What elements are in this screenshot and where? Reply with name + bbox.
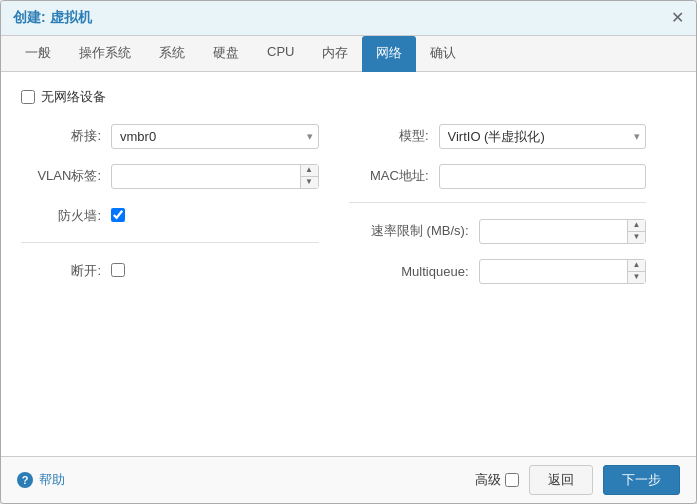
multiqueue-input[interactable]: [479, 259, 647, 284]
advanced-checkbox[interactable]: [505, 473, 519, 487]
tab-cpu[interactable]: CPU: [253, 36, 308, 72]
disconnect-checkbox[interactable]: [111, 263, 125, 277]
no-network-checkbox[interactable]: [21, 90, 35, 104]
multiqueue-label: Multiqueue:: [349, 264, 479, 279]
no-network-label[interactable]: 无网络设备: [21, 88, 106, 106]
rate-label: 速率限制 (MB/s):: [349, 222, 479, 240]
help-label: 帮助: [39, 471, 65, 489]
form-grid: 桥接: vmbr0 VLAN标签: no VLAN: [21, 122, 676, 297]
title-bar: 创建: 虚拟机 ✕: [1, 1, 696, 36]
multiqueue-row: Multiqueue: ▲ ▼: [349, 257, 647, 285]
multiqueue-spin-buttons: ▲ ▼: [627, 260, 645, 283]
vlan-label: VLAN标签:: [21, 167, 111, 185]
tab-confirm[interactable]: 确认: [416, 36, 470, 72]
model-row: 模型: VirtIO (半虚拟化): [349, 122, 647, 150]
rate-spin-buttons: ▲ ▼: [627, 220, 645, 243]
bridge-select[interactable]: vmbr0: [111, 124, 319, 149]
next-button[interactable]: 下一步: [603, 465, 680, 495]
form-right: 模型: VirtIO (半虚拟化) MAC地址: auto: [349, 122, 677, 297]
mac-control: auto: [439, 164, 647, 189]
advanced-section: 高级: [475, 471, 519, 489]
no-network-row: 无网络设备: [21, 88, 676, 106]
bridge-control: vmbr0: [111, 124, 319, 149]
vlan-spin-down[interactable]: ▼: [301, 177, 318, 188]
mac-input[interactable]: auto: [439, 164, 647, 189]
vlan-row: VLAN标签: no VLAN ▲ ▼: [21, 162, 319, 190]
multiqueue-spin-down[interactable]: ▼: [628, 272, 645, 283]
tab-general[interactable]: 一般: [11, 36, 65, 72]
tab-system[interactable]: 系统: [145, 36, 199, 72]
vlan-spin-wrapper: no VLAN ▲ ▼: [111, 164, 319, 189]
bridge-row: 桥接: vmbr0: [21, 122, 319, 150]
help-icon: ?: [17, 472, 33, 488]
model-select[interactable]: VirtIO (半虚拟化): [439, 124, 647, 149]
form-left: 桥接: vmbr0 VLAN标签: no VLAN: [21, 122, 349, 297]
mac-row: MAC地址: auto: [349, 162, 647, 190]
footer-actions: 高级 返回 下一步: [475, 465, 680, 495]
disconnect-label: 断开:: [21, 262, 111, 280]
rate-row: 速率限制 (MB/s): unlimited ▲ ▼: [349, 217, 647, 245]
vlan-control: no VLAN ▲ ▼: [111, 164, 319, 189]
vlan-spin-up[interactable]: ▲: [301, 165, 318, 177]
firewall-checkbox[interactable]: [111, 208, 125, 222]
tab-bar: 一般 操作系统 系统 硬盘 CPU 内存 网络 确认: [1, 36, 696, 72]
model-select-wrapper: VirtIO (半虚拟化): [439, 124, 647, 149]
footer: ? 帮助 高级 返回 下一步: [1, 456, 696, 503]
multiqueue-control: ▲ ▼: [479, 259, 647, 284]
form-content: 无网络设备 桥接: vmbr0: [1, 72, 696, 456]
advanced-label: 高级: [475, 471, 501, 489]
rate-spin-wrapper: unlimited ▲ ▼: [479, 219, 647, 244]
close-button[interactable]: ✕: [671, 10, 684, 26]
rate-spin-down[interactable]: ▼: [628, 232, 645, 243]
disconnect-row: 断开:: [21, 257, 319, 285]
mac-label: MAC地址:: [349, 167, 439, 185]
create-vm-dialog: 创建: 虚拟机 ✕ 一般 操作系统 系统 硬盘 CPU 内存 网络 确认 无网络…: [0, 0, 697, 504]
disconnect-control: [111, 263, 319, 280]
multiqueue-spin-up[interactable]: ▲: [628, 260, 645, 272]
bridge-select-wrapper: vmbr0: [111, 124, 319, 149]
firewall-label: 防火墙:: [21, 207, 111, 225]
firewall-row: 防火墙:: [21, 202, 319, 230]
firewall-control: [111, 208, 319, 225]
back-button[interactable]: 返回: [529, 465, 593, 495]
tab-network[interactable]: 网络: [362, 36, 416, 72]
rate-spin-up[interactable]: ▲: [628, 220, 645, 232]
model-label: 模型:: [349, 127, 439, 145]
bridge-label: 桥接:: [21, 127, 111, 145]
dialog-title: 创建: 虚拟机: [13, 9, 92, 27]
rate-control: unlimited ▲ ▼: [479, 219, 647, 244]
multiqueue-spin-wrapper: ▲ ▼: [479, 259, 647, 284]
tab-os[interactable]: 操作系统: [65, 36, 145, 72]
divider: [21, 242, 319, 243]
rate-input[interactable]: unlimited: [479, 219, 647, 244]
vlan-spin-buttons: ▲ ▼: [300, 165, 318, 188]
tab-memory[interactable]: 内存: [308, 36, 362, 72]
model-control: VirtIO (半虚拟化): [439, 124, 647, 149]
right-divider: [349, 202, 647, 203]
tab-disk[interactable]: 硬盘: [199, 36, 253, 72]
help-section[interactable]: ? 帮助: [17, 471, 65, 489]
vlan-input[interactable]: no VLAN: [111, 164, 319, 189]
